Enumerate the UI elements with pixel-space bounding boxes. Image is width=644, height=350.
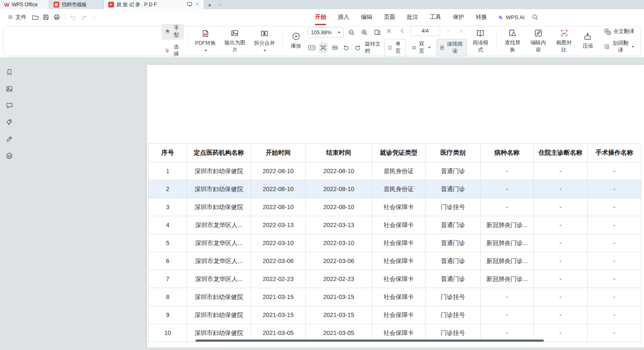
cell: 社会保障卡	[372, 198, 426, 216]
select-tool-button[interactable]: 选择	[162, 43, 184, 59]
tab-list-chevron-icon[interactable]	[215, 0, 226, 9]
cell: 普通门诊	[426, 252, 481, 270]
fit-window-button[interactable]	[373, 28, 383, 38]
attachments-panel-button[interactable]	[4, 118, 14, 127]
cell: 2022-03-10	[306, 234, 372, 252]
ribbon-tab-protect[interactable]: 保护	[447, 9, 470, 25]
previous-page-button[interactable]	[397, 26, 407, 36]
last-page-icon	[458, 28, 464, 34]
screenshot-compare-button[interactable]: 截图对比	[552, 27, 576, 55]
full-translate-button[interactable]: A文 全文翻译	[601, 27, 637, 36]
thumbnails-panel-button[interactable]	[4, 84, 14, 93]
play-button[interactable]: 播放	[286, 31, 306, 51]
table-row: 5深圳市龙华区人...2022-03-102022-03-10社会保障卡普通门诊…	[149, 234, 641, 252]
translate-icon: A文	[604, 28, 611, 35]
full-translate-label: 全文翻译	[613, 28, 634, 35]
cell: 2022-02-23	[306, 270, 372, 288]
next-page-button[interactable]	[443, 26, 453, 36]
tab-wps-office[interactable]: W WPS Office	[0, 0, 49, 9]
double-page-mode-button[interactable]: 双页	[409, 39, 434, 56]
table-row: 9深圳市妇幼保健院2021-03-152021-03-15社会保障卡门诊挂号--…	[149, 306, 641, 324]
find-replace-icon	[508, 29, 517, 37]
monitor-icon[interactable]	[187, 1, 193, 8]
cell: 深圳市龙华区人...	[187, 234, 251, 252]
single-page-mode-button[interactable]: 单页	[384, 39, 406, 56]
hand-tool-button[interactable]: 手型	[162, 24, 184, 40]
cell: 2022-08-10	[306, 198, 372, 216]
cell: 社会保障卡	[372, 234, 426, 252]
tab-docer-templates[interactable]: 稻 找稻壳模板	[49, 0, 104, 9]
bookmarks-panel-button[interactable]	[4, 67, 14, 77]
read-mode-button[interactable]: 阅读模式	[469, 27, 493, 55]
ribbon-tab-convert[interactable]: 转换	[470, 9, 493, 25]
table-row: 4深圳市龙华区人...2022-03-132022-03-13社会保障卡普通门诊…	[149, 216, 641, 234]
select-tool-label: 选择	[172, 43, 180, 58]
save-button[interactable]	[41, 12, 51, 22]
cell: 社会保障卡	[372, 270, 426, 288]
cell: -	[588, 162, 641, 180]
redo-button[interactable]	[79, 12, 89, 22]
ribbon-tab-tools[interactable]: 工具	[424, 9, 447, 25]
word-translate-button[interactable]: 译 划词翻译	[601, 39, 637, 55]
last-page-button[interactable]	[456, 26, 466, 36]
double-page-icon	[412, 45, 416, 51]
tab-document-pdf[interactable]: P 就医记录.PDF	[104, 0, 204, 9]
hand-tool-label: 手型	[172, 25, 180, 39]
wps-ai-button[interactable]: WPS AI	[493, 14, 530, 20]
cell: 深圳市妇幼保健院	[187, 198, 251, 216]
zoom-level-select[interactable]: 105.88%	[308, 28, 344, 38]
read-mode-label: 阅读模式	[472, 39, 490, 54]
file-menu-button[interactable]: 文件	[4, 12, 30, 23]
file-menu-label: 文件	[15, 13, 26, 21]
comments-panel-button[interactable]	[4, 101, 14, 110]
ribbon-tab-insert[interactable]: 插入	[332, 9, 355, 25]
export-image-button[interactable]: 输出为图片	[221, 27, 249, 55]
undo-button[interactable]	[68, 12, 79, 22]
zoom-in-button[interactable]	[360, 28, 370, 38]
cell: 社会保障卡	[372, 306, 426, 324]
actual-size-button[interactable]: 1:1	[308, 43, 316, 53]
new-tab-button[interactable]: +	[204, 0, 215, 9]
search-button[interactable]	[530, 12, 540, 22]
table-row: 2深圳市妇幼保健院2022-08-102022-08-10居民身份证普通门诊--…	[149, 180, 641, 198]
cell: -	[588, 288, 641, 306]
layers-panel-button[interactable]	[4, 151, 14, 160]
signature-panel-button[interactable]	[4, 134, 14, 143]
word-translate-icon: 译	[604, 43, 610, 50]
cell: 普通门诊	[426, 270, 481, 288]
column-header: 手术操作名称	[588, 144, 641, 162]
print-button[interactable]	[51, 12, 62, 22]
workspace: 序号定点医药机构名称开始时间结束时间就诊凭证类型医疗类别病种名称住院主诊断名称手…	[0, 57, 644, 350]
pdf-convert-button[interactable]: PDF转换	[192, 28, 219, 54]
close-tab-icon[interactable]	[195, 2, 200, 8]
ribbon-tab-home[interactable]: 开始	[309, 9, 332, 25]
compress-button[interactable]: 压缩	[578, 31, 598, 51]
play-label: 播放	[291, 43, 301, 50]
chevron-down-icon	[632, 46, 634, 48]
rotate-doc-label[interactable]: 旋转文档	[365, 41, 382, 55]
cell: 深圳市龙华区人...	[187, 216, 251, 234]
open-file-button[interactable]	[30, 12, 41, 22]
cell: 2022-03-13	[251, 216, 306, 234]
undo-history-chevron-icon[interactable]	[89, 12, 100, 22]
fit-width-icon	[332, 44, 338, 51]
rotate-ccw-button[interactable]	[342, 43, 350, 53]
ribbon-tab-comment[interactable]: 批注	[401, 9, 424, 25]
split-merge-button[interactable]: 拆分合并	[251, 28, 278, 54]
fit-page-button[interactable]	[319, 43, 328, 53]
edit-content-button[interactable]: 编辑内容	[526, 27, 550, 55]
rotate-cw-button[interactable]	[353, 43, 362, 53]
play-icon	[292, 32, 300, 41]
cell: 门诊挂号	[426, 198, 481, 216]
find-replace-button[interactable]: 查找替换	[500, 27, 525, 55]
ribbon-tab-edit[interactable]: 编辑	[355, 9, 378, 25]
page-number-input[interactable]: 4/4	[410, 26, 440, 36]
chevron-down-icon	[338, 32, 340, 33]
fit-width-button[interactable]	[330, 43, 339, 53]
first-page-button[interactable]	[384, 26, 394, 36]
medical-table: 序号定点医药机构名称开始时间结束时间就诊凭证类型医疗类别病种名称住院主诊断名称手…	[148, 143, 641, 342]
continuous-read-button[interactable]: 连续阅读	[436, 39, 467, 56]
zoom-out-button[interactable]	[347, 28, 357, 38]
horizontal-scrollbar[interactable]	[195, 340, 544, 342]
ribbon-tab-page[interactable]: 页面	[378, 9, 401, 25]
